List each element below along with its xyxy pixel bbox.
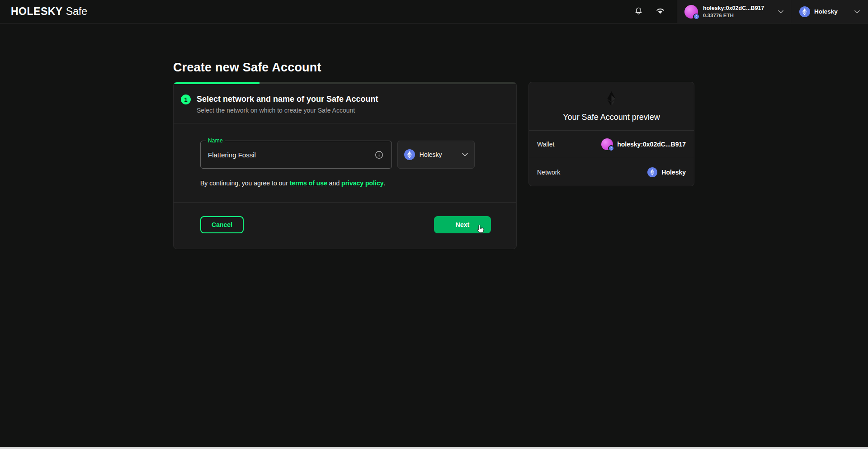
preview-wallet-label: Wallet	[537, 141, 554, 148]
wallet-avatar	[684, 5, 698, 19]
next-button[interactable]: Next	[434, 216, 491, 233]
wallet-menu[interactable]: holesky:0x02dC...B917 0.33776 ETH	[677, 0, 791, 23]
ethereum-icon	[799, 6, 810, 17]
network-selector[interactable]: Holesky	[791, 0, 868, 23]
preview-wallet-row: Wallet holesky:0x02dC...B917	[529, 131, 694, 158]
ethereum-badge-icon	[693, 14, 699, 20]
header-right: holesky:0x02dC...B917 0.33776 ETH Holesk…	[622, 0, 868, 23]
step-number-badge: 1	[181, 95, 191, 104]
walletconnect-button[interactable]	[651, 3, 669, 20]
network-select-value: Holesky	[420, 151, 458, 158]
bell-icon	[634, 7, 643, 17]
terms-of-use-link[interactable]: terms of use	[290, 180, 327, 187]
wallet-avatar	[601, 138, 613, 150]
ethereum-icon	[404, 149, 415, 160]
top-header: HOLESKY Safe	[0, 0, 868, 24]
preview-header: Your Safe Account preview	[529, 82, 694, 131]
network-select[interactable]: Holesky	[397, 141, 475, 169]
logo-brand-text: Safe	[66, 5, 87, 18]
screen-bottom-edge	[0, 447, 868, 449]
chevron-down-icon	[854, 10, 860, 14]
preview-title: Your Safe Account preview	[536, 113, 687, 122]
card-footer: Cancel Next	[174, 203, 516, 249]
terms-text: By continuing, you agree to our terms of…	[200, 180, 475, 187]
ethereum-icon	[647, 167, 657, 177]
main-content: Create new Safe Account 1 Select network…	[173, 61, 694, 249]
terms-suffix: .	[383, 180, 385, 187]
privacy-policy-link[interactable]: privacy policy	[341, 180, 383, 187]
page-title: Create new Safe Account	[173, 61, 694, 74]
preview-wallet-address: holesky:0x02dC...B917	[617, 141, 686, 148]
chevron-down-icon	[778, 10, 783, 14]
preview-network-label: Network	[537, 169, 560, 176]
terms-prefix: By continuing, you agree to our	[200, 180, 290, 187]
cancel-button[interactable]: Cancel	[200, 216, 244, 233]
walletconnect-icon	[656, 8, 665, 16]
logo-network-text: HOLESKY	[11, 5, 63, 18]
safe-preview-card: Your Safe Account preview Wallet holesky…	[528, 82, 694, 186]
wallet-address: holesky:0x02dC...B917	[703, 5, 773, 11]
preview-network-value: Holesky	[647, 167, 686, 177]
name-input[interactable]: Name Flattering Fossil	[200, 141, 392, 169]
notifications-button[interactable]	[630, 3, 647, 20]
step-header: 1 Select network and name of your Safe A…	[174, 84, 516, 123]
create-safe-card: 1 Select network and name of your Safe A…	[173, 82, 517, 249]
step-subtitle: Select the network on which to create yo…	[197, 107, 378, 114]
preview-network-row: Network Holesky	[529, 158, 694, 186]
terms-and: and	[327, 180, 341, 187]
wallet-texts: holesky:0x02dC...B917 0.33776 ETH	[703, 5, 773, 18]
form-section: Name Flattering Fossil Holesky	[174, 123, 516, 203]
preview-wallet-value: holesky:0x02dC...B917	[601, 138, 686, 150]
app-logo[interactable]: HOLESKY Safe	[0, 0, 87, 23]
ethereum-badge-icon	[608, 145, 614, 151]
wallet-balance: 0.33776 ETH	[703, 13, 773, 18]
name-input-value: Flattering Fossil	[208, 151, 374, 159]
header-icon-bar	[622, 0, 677, 23]
name-input-label: Name	[206, 137, 225, 144]
ethereum-diamond-icon	[607, 91, 616, 106]
network-name: Holesky	[814, 8, 850, 15]
step-title: Select network and name of your Safe Acc…	[197, 94, 378, 104]
step-header-texts: Select network and name of your Safe Acc…	[197, 94, 378, 114]
chevron-down-icon	[462, 153, 468, 156]
info-icon[interactable]	[374, 150, 384, 160]
preview-network-name: Holesky	[661, 169, 686, 176]
